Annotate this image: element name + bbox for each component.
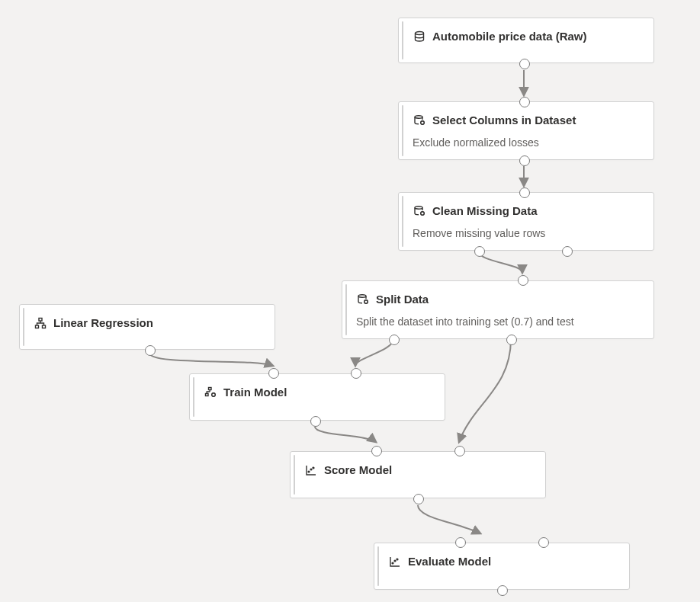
scatter-icon (304, 463, 318, 477)
database-icon (413, 30, 426, 43)
node-score-model[interactable]: Score Model (290, 451, 546, 498)
node-title: Train Model (223, 385, 287, 400)
node-subtitle: Split the dataset into training set (0.7… (356, 315, 643, 328)
node-subtitle: Remove missing value rows (413, 226, 643, 240)
port-out[interactable] (145, 345, 156, 356)
scatter-icon (388, 555, 402, 568)
svg-rect-7 (39, 319, 42, 322)
database-gear-icon (413, 204, 426, 218)
node-title: Split Data (376, 292, 429, 307)
port-out[interactable] (413, 494, 424, 504)
svg-point-18 (397, 559, 398, 560)
node-title: Linear Regression (53, 315, 153, 331)
node-evaluate-model[interactable]: Evaluate Model (374, 543, 630, 590)
node-linear-regression[interactable]: Linear Regression (19, 304, 275, 350)
svg-rect-11 (206, 394, 209, 396)
port-in-left[interactable] (371, 446, 382, 456)
svg-point-13 (308, 471, 310, 472)
svg-point-5 (358, 295, 366, 298)
node-split-data[interactable]: Split Data Split the dataset into traini… (342, 280, 654, 339)
node-title: Clean Missing Data (432, 203, 538, 219)
svg-rect-8 (36, 325, 39, 328)
node-select-columns[interactable]: Select Columns in Dataset Exclude normal… (398, 101, 654, 160)
port-out-secondary[interactable] (562, 246, 573, 257)
node-title: Evaluate Model (408, 554, 491, 569)
svg-point-14 (310, 469, 312, 470)
svg-point-16 (392, 562, 393, 564)
port-in-right[interactable] (538, 537, 549, 548)
node-title: Score Model (324, 463, 392, 478)
tree-icon (34, 316, 47, 330)
node-clean-missing-data[interactable]: Clean Missing Data Remove missing value … (398, 192, 654, 251)
svg-point-1 (415, 116, 422, 119)
port-out[interactable] (474, 246, 485, 257)
port-in-left[interactable] (268, 368, 279, 379)
port-in[interactable] (519, 97, 530, 107)
port-out[interactable] (310, 416, 321, 427)
node-automobile-price-data[interactable]: Automobile price data (Raw) (398, 18, 654, 63)
svg-rect-9 (43, 325, 46, 328)
svg-point-17 (394, 560, 396, 562)
svg-rect-10 (209, 388, 212, 390)
database-gear-icon (413, 114, 426, 127)
node-title: Select Columns in Dataset (432, 113, 576, 128)
port-in-right[interactable] (454, 446, 465, 456)
tree-gear-icon (204, 386, 217, 399)
database-gear-icon (356, 293, 370, 306)
port-in[interactable] (519, 187, 530, 198)
port-in[interactable] (518, 275, 528, 286)
port-in-left[interactable] (455, 537, 466, 548)
svg-point-3 (415, 207, 422, 210)
port-in-right[interactable] (351, 368, 361, 379)
pipeline-canvas[interactable]: { "nodes": { "n1": { "title": "Automobil… (0, 0, 700, 602)
node-train-model[interactable]: Train Model (189, 373, 445, 421)
node-subtitle: Exclude normalized losses (413, 136, 643, 149)
port-out[interactable] (519, 155, 530, 166)
port-out[interactable] (519, 59, 530, 69)
port-out[interactable] (497, 585, 508, 596)
port-out-left[interactable] (389, 335, 400, 345)
port-out-right[interactable] (506, 335, 517, 345)
svg-point-15 (313, 467, 314, 469)
node-title: Automobile price data (Raw) (432, 29, 587, 44)
svg-point-0 (416, 32, 424, 35)
